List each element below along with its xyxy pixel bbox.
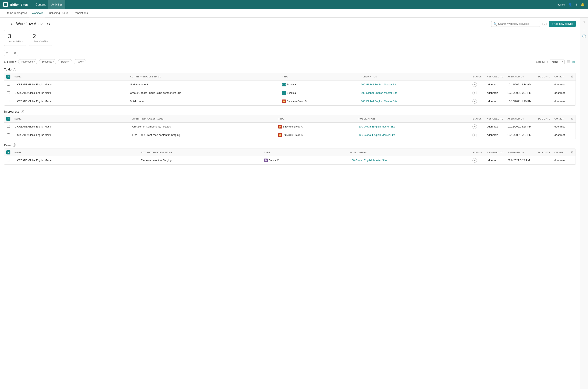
back-button[interactable]: ← <box>4 21 9 26</box>
cut-button[interactable]: ✂ <box>4 50 10 56</box>
sidebar-clock-icon[interactable]: 🕐 <box>582 34 586 38</box>
done-section-toggle[interactable]: − <box>6 150 10 155</box>
status-button[interactable] <box>472 82 477 87</box>
row-status[interactable] <box>470 89 485 97</box>
col-header-status: STATUS <box>470 115 485 123</box>
col-header-type: TYPE <box>280 73 359 80</box>
app-logo[interactable]: Tridion Sites <box>3 2 28 7</box>
nav-activities[interactable]: Activities <box>48 0 65 9</box>
row-checkbox[interactable] <box>7 83 10 86</box>
row-status[interactable] <box>470 80 485 89</box>
tab-workflow[interactable]: Workflow <box>29 9 45 17</box>
row-status[interactable] <box>470 97 485 105</box>
section-inprogress-header: In progress 3 <box>4 110 576 113</box>
col-header-assigned-to: ASSIGNED TO <box>485 115 505 123</box>
nav-content[interactable]: Content <box>33 0 48 9</box>
status-button[interactable] <box>472 91 477 95</box>
status-button[interactable] <box>472 125 477 129</box>
search-input[interactable] <box>498 22 538 25</box>
todo-settings-icon[interactable]: ⚙ <box>571 75 574 78</box>
status-button[interactable] <box>472 133 477 137</box>
sort-select-wrap: None Name Date Status <box>550 59 564 64</box>
search-help-icon[interactable]: ? <box>542 22 547 26</box>
filter-schemas[interactable]: Schemas ▾ <box>39 59 56 64</box>
sidebar-info-icon[interactable]: ℹ <box>584 20 585 24</box>
row-checkbox[interactable] <box>7 125 10 128</box>
status-button[interactable] <box>472 158 477 163</box>
row-checkbox[interactable] <box>7 133 10 136</box>
status-button[interactable] <box>472 99 477 104</box>
filter-type[interactable]: Type ▾ <box>74 59 86 64</box>
tab-items-in-progress[interactable]: Items in progress <box>4 9 29 17</box>
row-assigned-to: ddonmez <box>485 97 505 105</box>
row-name: 1. CREATE: Global English Master <box>12 89 128 97</box>
top-navigation: Tridion Sites Content Activities agilley… <box>0 0 588 9</box>
done-settings-icon[interactable]: ⚙ <box>571 151 574 154</box>
section-todo-info[interactable]: 3 <box>13 68 16 71</box>
publication-link[interactable]: 100 Global English Master Site <box>361 83 397 86</box>
col-header-type: TYPE <box>276 115 357 123</box>
row-activity: Review content in Staging <box>139 156 262 164</box>
list-view-button[interactable]: ☰ <box>566 60 571 64</box>
col-header-due: DUE DATE <box>536 115 553 123</box>
copy-button[interactable]: ⧉ <box>12 50 18 56</box>
todo-section-toggle[interactable]: − <box>6 75 10 79</box>
inprogress-section-toggle[interactable]: − <box>6 117 10 121</box>
stat-card-new[interactable]: 3 new activities <box>4 30 26 46</box>
row-publication[interactable]: 100 Global English Master Site <box>348 156 470 164</box>
page-title: Workflow Activities <box>16 21 50 26</box>
sort-select[interactable]: None Name Date Status <box>550 59 564 64</box>
filter-publication[interactable]: Publication ▾ <box>18 59 37 64</box>
help-icon[interactable]: ? <box>576 3 577 6</box>
publication-link[interactable]: 100 Global English Master Site <box>358 133 395 136</box>
section-inprogress-info[interactable]: 3 <box>21 110 24 113</box>
page-header-left: ← ▶ Workflow Activities <box>4 21 50 26</box>
row-status[interactable] <box>470 122 485 131</box>
filters-label[interactable]: ⊟ Filters ▾ <box>4 60 17 63</box>
publication-link[interactable]: 100 Global English Master Site <box>361 91 397 94</box>
row-due-date <box>536 89 553 97</box>
done-table-container: − NAME ACTIVITY/PROCESS NAME TYPE PUBLIC… <box>4 149 576 165</box>
stat-card-deadline[interactable]: 2 close deadline <box>29 30 52 46</box>
grid-view-button[interactable]: ⊞ <box>571 60 576 64</box>
user-icon[interactable]: 👤 <box>568 3 572 6</box>
row-checkbox[interactable] <box>7 91 10 94</box>
row-publication[interactable]: 100 Global English Master Site <box>356 122 470 131</box>
col-header-pub: PUBLICATION <box>356 115 470 123</box>
row-assigned-on: 10/10/2021 5:37 PM <box>505 89 536 97</box>
row-activity: Final Edit / Proof-read content in Stagi… <box>130 131 276 139</box>
publication-link[interactable]: 100 Global English Master Site <box>358 125 395 128</box>
row-publication[interactable]: 100 Global English Master Site <box>359 80 470 89</box>
row-publication[interactable]: 100 Global English Master Site <box>359 97 470 105</box>
search-box: 🔍 <box>491 21 540 27</box>
todo-table-container: − NAME ACTIVITY/PROCESS NAME TYPE PUBLIC… <box>4 73 576 106</box>
table-row: 1. CREATE: Global English Master Creatio… <box>4 122 576 131</box>
row-publication[interactable]: 100 Global English Master Site <box>356 131 470 139</box>
page-header-right: 🔍 ? + Add new activity <box>491 21 576 27</box>
tab-publishing-queue[interactable]: Publishing Queue <box>45 9 71 17</box>
forward-button[interactable]: ▶ <box>10 21 14 26</box>
row-type: 📁 Structure Group B <box>280 97 359 105</box>
col-header-owner: OWNER <box>553 115 569 123</box>
publication-link[interactable]: 100 Global English Master Site <box>350 159 387 162</box>
row-owner: ddonmez <box>553 89 569 97</box>
stat-number-deadline: 2 <box>33 33 48 39</box>
row-owner: ddonmez <box>553 131 569 139</box>
col-header-activity: ACTIVITY/PROCESS NAME <box>139 149 262 156</box>
publication-link[interactable]: 100 Global English Master Site <box>361 100 397 103</box>
sidebar-checklist-icon[interactable]: ☰ <box>583 27 586 31</box>
tab-translations[interactable]: Translations <box>71 9 90 17</box>
section-done-info[interactable]: ℹ <box>13 143 16 147</box>
section-inprogress: In progress 3 − NAME ACTIVITY/PROCESS NA… <box>4 110 576 139</box>
notifications-icon[interactable]: 🔔 <box>581 3 585 6</box>
sort-icon: ↕ <box>547 60 548 63</box>
inprogress-settings-icon[interactable]: ⚙ <box>571 117 574 120</box>
row-publication[interactable]: 100 Global English Master Site <box>359 89 470 97</box>
row-checkbox[interactable] <box>7 159 10 162</box>
col-header-due: DUE DATE <box>536 149 553 156</box>
row-status[interactable] <box>470 131 485 139</box>
row-checkbox[interactable] <box>7 100 10 102</box>
filter-status[interactable]: Status ▾ <box>58 59 72 64</box>
row-status[interactable] <box>470 156 485 164</box>
add-activity-button[interactable]: + Add new activity <box>549 21 576 27</box>
